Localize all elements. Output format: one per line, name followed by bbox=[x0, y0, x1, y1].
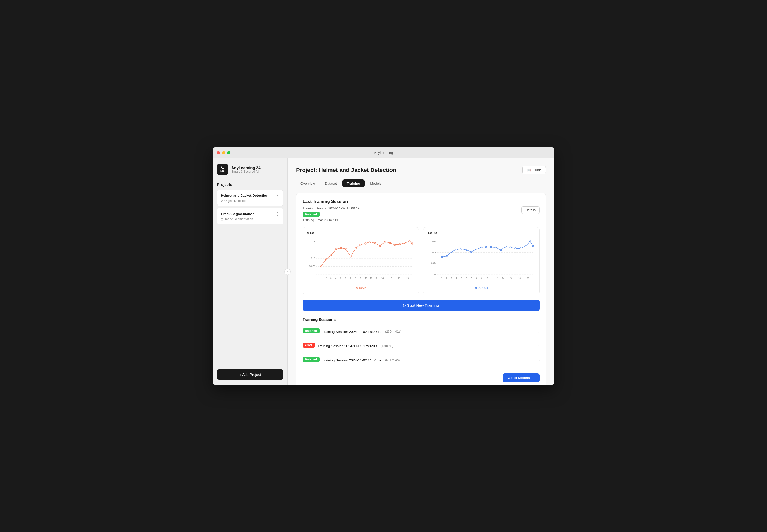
svg-point-83 bbox=[510, 247, 511, 248]
session-duration-3: (611m 4s) bbox=[385, 358, 400, 362]
sidebar-section-title: Projects bbox=[217, 182, 283, 187]
go-to-models-button[interactable]: Go to Models → bbox=[502, 373, 539, 382]
logo-text: AL.NRL bbox=[220, 166, 226, 173]
svg-point-78 bbox=[485, 246, 486, 247]
project-card-helmet[interactable]: Helmet and Jacket Detection ⋮ ⟳ Object D… bbox=[217, 190, 283, 206]
tab-dataset[interactable]: Dataset bbox=[320, 179, 341, 187]
chevron-right-icon-1: › bbox=[538, 330, 539, 334]
session-row-3[interactable]: finished Training Session 2024-11-02 11:… bbox=[303, 353, 539, 367]
tabs-bar: Overview Dataset Training Models bbox=[296, 179, 546, 187]
svg-point-39 bbox=[389, 242, 390, 244]
svg-point-31 bbox=[350, 256, 351, 257]
session-row-2[interactable]: error Training Session 2024-11-02 17:26:… bbox=[303, 339, 539, 353]
svg-point-80 bbox=[495, 247, 496, 248]
tab-models[interactable]: Models bbox=[366, 179, 386, 187]
fullscreen-button[interactable] bbox=[227, 151, 230, 154]
svg-text:0.15: 0.15 bbox=[311, 257, 315, 260]
svg-text:8: 8 bbox=[355, 277, 356, 279]
project-more-icon[interactable]: ⋮ bbox=[275, 193, 280, 198]
svg-text:4: 4 bbox=[456, 277, 457, 279]
ap50-legend-label: AP_50 bbox=[478, 286, 488, 290]
svg-point-30 bbox=[345, 248, 346, 249]
sessions-title: Training Sessions bbox=[303, 317, 539, 322]
svg-text:3: 3 bbox=[451, 277, 452, 279]
svg-text:9: 9 bbox=[480, 277, 482, 279]
svg-text:7: 7 bbox=[471, 277, 472, 279]
session-info: Training Session 2024-11-02 18:09:19 fin… bbox=[303, 206, 539, 226]
start-training-label: ▷ Start New Training bbox=[403, 303, 439, 307]
ap50-chart-container: AP_50 0.6 0.3 0.15 bbox=[423, 227, 539, 294]
details-button[interactable]: Details bbox=[521, 206, 539, 214]
svg-point-34 bbox=[365, 243, 366, 244]
svg-text:2: 2 bbox=[326, 277, 327, 279]
guide-button[interactable]: 📖 Guide bbox=[522, 166, 546, 174]
svg-point-72 bbox=[456, 249, 457, 250]
project-name-crack: Crack Segmentation bbox=[221, 212, 255, 216]
logo-icon: AL.NRL bbox=[217, 164, 228, 175]
close-button[interactable] bbox=[217, 151, 220, 154]
app-body: AL.NRL AnyLearning 24 Smart & Secured AI… bbox=[213, 158, 554, 385]
svg-text:0: 0 bbox=[314, 273, 315, 276]
main-header: Project: Helmet and Jacket Detection 📖 G… bbox=[296, 166, 546, 174]
svg-text:20: 20 bbox=[527, 277, 529, 279]
svg-text:11: 11 bbox=[490, 277, 493, 279]
map-svg: 0.3 0.15 0.075 0 1 2 3 4 5 6 bbox=[307, 237, 415, 284]
session-row-1[interactable]: finished Training Session 2024-11-02 18:… bbox=[303, 325, 539, 339]
svg-point-27 bbox=[330, 255, 332, 256]
svg-text:0.075: 0.075 bbox=[309, 265, 315, 268]
svg-text:7: 7 bbox=[350, 277, 351, 279]
session-row-left-1: finished Training Session 2024-11-02 18:… bbox=[303, 328, 401, 335]
guide-label: Guide bbox=[532, 168, 541, 172]
svg-text:12: 12 bbox=[375, 277, 377, 279]
ap50-legend-dot bbox=[475, 287, 477, 289]
svg-point-40 bbox=[394, 244, 395, 245]
tab-overview[interactable]: Overview bbox=[296, 179, 319, 187]
project-title: Project: Helmet and Jacket Detection bbox=[296, 167, 396, 173]
svg-point-43 bbox=[409, 241, 410, 242]
svg-text:0: 0 bbox=[434, 273, 436, 276]
svg-point-74 bbox=[465, 249, 467, 251]
tab-training[interactable]: Training bbox=[342, 179, 365, 187]
chevron-right-icon-2: › bbox=[538, 344, 539, 348]
svg-text:14: 14 bbox=[502, 277, 504, 279]
main-content: Project: Helmet and Jacket Detection 📖 G… bbox=[288, 158, 554, 385]
svg-text:3: 3 bbox=[330, 277, 332, 279]
start-training-button[interactable]: ▷ Start New Training bbox=[303, 300, 539, 311]
session-duration-2: (43m 4s) bbox=[380, 344, 393, 348]
svg-point-71 bbox=[451, 251, 452, 252]
svg-point-42 bbox=[404, 242, 405, 244]
object-detect-icon: ⟳ bbox=[221, 199, 223, 203]
project-card-header: Helmet and Jacket Detection ⋮ bbox=[221, 193, 280, 198]
minimize-button[interactable] bbox=[222, 151, 225, 154]
svg-text:8: 8 bbox=[476, 277, 477, 279]
ap50-chart-label: AP_50 bbox=[427, 232, 535, 235]
svg-point-44 bbox=[411, 243, 413, 244]
map-chart-label: MAP bbox=[307, 232, 415, 235]
svg-point-79 bbox=[490, 246, 491, 248]
session-badge-3: finished bbox=[303, 357, 320, 362]
svg-text:20: 20 bbox=[406, 277, 409, 279]
svg-text:18: 18 bbox=[398, 277, 400, 279]
project-type-label-crack: Image Segmentation bbox=[224, 217, 253, 221]
project-more-icon-crack[interactable]: ⋮ bbox=[275, 211, 280, 216]
svg-point-41 bbox=[399, 244, 400, 245]
chevron-right-icon-3: › bbox=[538, 358, 539, 362]
add-project-button[interactable]: + Add Project bbox=[217, 369, 283, 380]
svg-point-33 bbox=[360, 244, 361, 245]
project-type-helmet: ⟳ Object Detection bbox=[221, 199, 280, 203]
collapse-sidebar-button[interactable]: ‹ bbox=[284, 269, 291, 275]
svg-text:6: 6 bbox=[345, 277, 347, 279]
session-duration-1: (236m 41s) bbox=[385, 330, 401, 333]
svg-text:1: 1 bbox=[441, 277, 442, 279]
map-chart-container: MAP 0.3 0.15 bbox=[303, 227, 419, 294]
svg-point-29 bbox=[340, 247, 341, 248]
svg-point-73 bbox=[461, 248, 462, 249]
project-card-crack[interactable]: Crack Segmentation ⋮ ⊞ Image Segmentatio… bbox=[217, 208, 283, 224]
training-card: Last Training Session Training Session 2… bbox=[296, 193, 546, 385]
svg-text:9: 9 bbox=[360, 277, 361, 279]
svg-point-26 bbox=[325, 259, 327, 260]
svg-point-37 bbox=[379, 245, 381, 246]
svg-text:0.3: 0.3 bbox=[312, 240, 315, 243]
svg-point-75 bbox=[470, 251, 472, 252]
svg-point-36 bbox=[374, 242, 376, 244]
